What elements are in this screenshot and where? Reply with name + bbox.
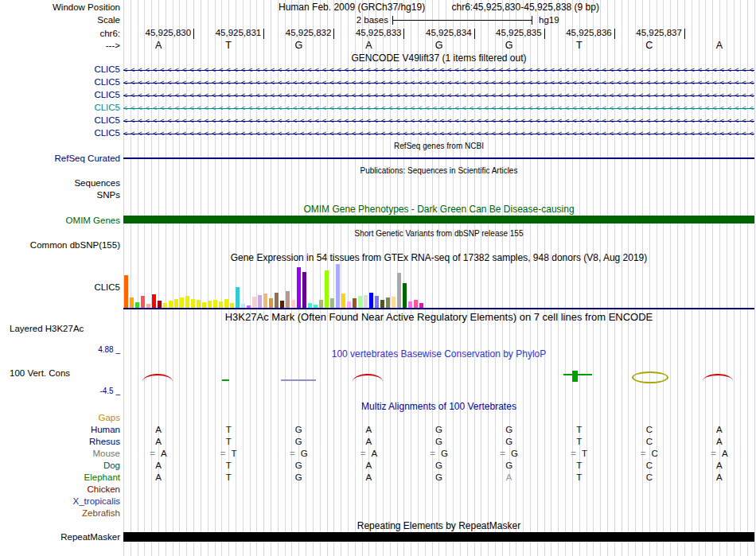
gtex-tissue-bar[interactable]	[202, 302, 206, 308]
gtex-tissue-bar[interactable]	[386, 297, 390, 308]
common-dbsnp-label[interactable]: Common dbSNP(155)	[0, 239, 120, 251]
ucsc-genome-browser: Window Position Human Feb. 2009 (GRCh37/…	[0, 0, 756, 556]
gtex-tissue-bar[interactable]	[174, 299, 178, 308]
gtex-tissue-bar[interactable]	[375, 296, 379, 308]
gtex-tissue-bar[interactable]	[130, 297, 134, 308]
cons-track-label[interactable]: 100 Vert. Cons	[10, 367, 70, 379]
gtex-tissue-bar[interactable]	[369, 293, 373, 308]
gtex-tissue-bar[interactable]	[297, 267, 301, 308]
gtex-tissue-bar[interactable]	[280, 301, 284, 308]
gtex-tissue-bar[interactable]	[403, 283, 407, 308]
layered-h3k27ac-label[interactable]: Layered H3K27Ac	[10, 323, 84, 334]
gencode-transcript-line[interactable]: <<<<<<<<<<<<<<<<<<<<<<<<<<<<<<<<<<<<<<<<…	[123, 76, 754, 89]
conservation-mark[interactable]	[572, 371, 578, 382]
species-label-human[interactable]: Human	[0, 424, 120, 435]
gtex-tissue-bar[interactable]	[158, 301, 162, 308]
gencode-transcript-line[interactable]: <<<<<<<<<<<<<<<<<<<<<<<<<<<<<<<<<<<<<<<<…	[123, 64, 754, 76]
gtex-tissue-bar[interactable]	[319, 300, 323, 308]
gtex-tissue-bar[interactable]	[330, 298, 334, 308]
species-label-chicken[interactable]: Chicken	[0, 484, 120, 495]
omim-genes-label[interactable]: OMIM Genes	[0, 215, 120, 226]
gencode-track-title[interactable]: GENCODE V49lift37 (1 items filtered out)	[123, 52, 754, 64]
h3k27ac-track-title[interactable]: H3K27Ac Mark (Often Found Near Active Re…	[123, 312, 754, 323]
gtex-expression-chart[interactable]	[124, 264, 427, 308]
species-label-rhesus[interactable]: Rhesus	[0, 436, 120, 447]
conservation-mark[interactable]	[281, 379, 316, 381]
gtex-tissue-bar[interactable]	[347, 301, 351, 308]
alignment-gap-icon: =	[430, 449, 435, 458]
gtex-tissue-bar[interactable]	[152, 294, 156, 308]
gtex-tissue-bar[interactable]	[380, 300, 384, 308]
refseq-gene-line[interactable]	[123, 157, 754, 159]
snps-label[interactable]: SNPs	[0, 189, 120, 200]
conservation-mark[interactable]	[632, 371, 668, 383]
gtex-tissue-bar[interactable]	[269, 298, 273, 308]
gtex-tissue-bar[interactable]	[392, 297, 396, 308]
gencode-gene-label[interactable]: CLIC5	[0, 102, 120, 113]
gtex-tissue-bar[interactable]	[263, 294, 267, 308]
gtex-gene-label[interactable]: CLIC5	[0, 282, 120, 293]
species-label-gaps[interactable]: Gaps	[0, 412, 120, 423]
gtex-tissue-bar[interactable]	[169, 301, 173, 308]
gtex-tissue-bar[interactable]	[414, 300, 418, 308]
gtex-tissue-bar[interactable]	[185, 296, 189, 308]
repeatmasker-track-title[interactable]: Repeating Elements by RepeatMasker	[123, 520, 754, 531]
gtex-tissue-bar[interactable]	[275, 293, 279, 308]
gtex-tissue-bar[interactable]	[258, 295, 262, 308]
gtex-tissue-bar[interactable]	[286, 291, 290, 308]
gencode-transcript-line[interactable]: <<<<<<<<<<<<<<<<<<<<<<<<<<<<<<<<<<<<<<<<…	[123, 89, 754, 102]
conservation-mark[interactable]	[563, 374, 592, 375]
gtex-tissue-bar[interactable]	[219, 301, 223, 308]
gtex-tissue-bar[interactable]	[124, 275, 128, 308]
sequences-label[interactable]: Sequences	[0, 177, 120, 189]
publications-track-title[interactable]: Publications: Sequences in Scientific Ar…	[123, 165, 754, 177]
gtex-tissue-bar[interactable]	[197, 300, 201, 308]
gtex-tissue-bar[interactable]	[408, 301, 412, 308]
species-label-x-tropicalis[interactable]: X_tropicalis	[0, 496, 120, 507]
repeatmasker-label[interactable]: RepeatMasker	[0, 531, 120, 542]
gencode-gene-label[interactable]: CLIC5	[0, 115, 120, 126]
gtex-tissue-bar[interactable]	[252, 297, 256, 308]
gencode-transcript-line[interactable]: <<<<<<<<<<<<<<<<<<<<<<<<<<<<<<<<<<<<<<<<…	[123, 115, 754, 127]
gtex-tissue-bar[interactable]	[135, 302, 139, 308]
gtex-tissue-bar[interactable]	[236, 287, 240, 308]
gtex-tissue-bar[interactable]	[364, 295, 368, 308]
gtex-tissue-bar[interactable]	[341, 294, 345, 308]
species-label-elephant[interactable]: Elephant	[0, 472, 120, 483]
species-label-zebrafish[interactable]: Zebrafish	[0, 507, 120, 519]
gtex-tissue-bar[interactable]	[224, 299, 228, 308]
gtex-tissue-bar[interactable]	[141, 296, 145, 308]
repeatmasker-bar[interactable]	[123, 532, 754, 542]
gencode-gene-label[interactable]: CLIC5	[0, 127, 120, 138]
dbsnp-track-title[interactable]: Short Genetic Variants from dbSNP releas…	[123, 228, 754, 239]
gtex-tissue-bar[interactable]	[291, 300, 295, 308]
species-label-dog[interactable]: Dog	[0, 460, 120, 471]
gtex-tissue-bar[interactable]	[302, 272, 306, 308]
reference-base: T	[544, 40, 614, 51]
cons-track-title[interactable]: 100 vertebrates Basewise Conservation by…	[123, 348, 754, 360]
gtex-tissue-bar[interactable]	[208, 301, 212, 308]
gencode-gene-label[interactable]: CLIC5	[0, 76, 120, 87]
gtex-tissue-bar[interactable]	[180, 297, 184, 308]
gtex-tissue-bar[interactable]	[336, 264, 340, 308]
species-label-mouse[interactable]: Mouse	[0, 448, 120, 459]
multiz-track-title[interactable]: Multiz Alignments of 100 Vertebrates	[123, 401, 754, 412]
gtex-tissue-bar[interactable]	[397, 273, 401, 308]
refseq-curated-label[interactable]: RefSeq Curated	[0, 153, 120, 164]
gtex-track-title[interactable]: Gene Expression in 54 tissues from GTEx …	[123, 252, 754, 263]
alignment-base-cell: =G	[263, 448, 333, 460]
gtex-tissue-bar[interactable]	[325, 270, 329, 308]
gtex-tissue-bar[interactable]	[353, 298, 357, 308]
refseq-track-title[interactable]: RefSeq genes from NCBI	[123, 141, 754, 152]
gtex-tissue-bar[interactable]	[213, 300, 217, 308]
conservation-mark[interactable]	[222, 379, 229, 381]
gencode-transcript-line[interactable]: <<<<<<<<<<<<<<<<<<<<<<<<<<<<<<<<<<<<<<<<…	[123, 102, 754, 115]
gencode-gene-label[interactable]: CLIC5	[0, 89, 120, 100]
gtex-tissue-bar[interactable]	[358, 296, 362, 308]
gencode-gene-label[interactable]: CLIC5	[0, 64, 120, 75]
coordinate-tick	[684, 29, 685, 39]
gencode-transcript-line[interactable]: <<<<<<<<<<<<<<<<<<<<<<<<<<<<<<<<<<<<<<<<…	[123, 127, 754, 140]
omim-gene-bar[interactable]	[123, 216, 754, 224]
gtex-tissue-bar[interactable]	[191, 299, 195, 308]
omim-track-title[interactable]: OMIM Gene Phenotypes - Dark Green Can Be…	[123, 204, 754, 215]
